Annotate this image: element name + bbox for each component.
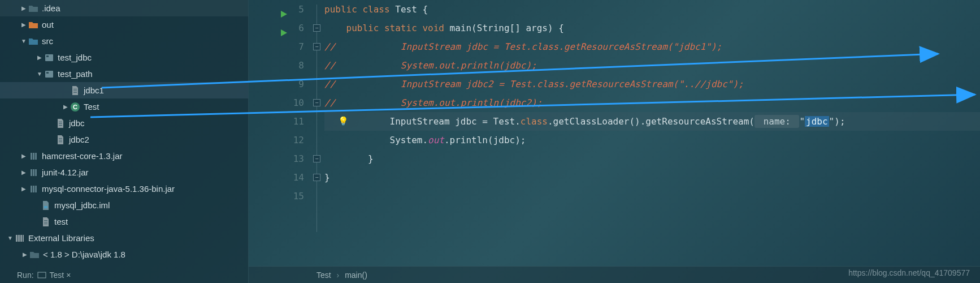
gutter-line[interactable]: 9 [249,75,304,93]
jar-icon [28,168,38,178]
class-name: Test [395,4,417,15]
gutter-line[interactable]: 6 [249,19,304,37]
run-toolwindow-tab[interactable]: Run: Test × [17,271,71,280]
svg-rect-20 [35,169,37,176]
field-ref: out [428,135,444,145]
fold-marker[interactable]: − [313,99,320,106]
svg-rect-11 [59,125,62,126]
gutter-line[interactable]: 8 [249,56,304,75]
fold-column[interactable]: − − − − − [311,0,324,266]
jar-icon [28,151,38,161]
gutter-line[interactable]: 15 [249,187,304,205]
gutter-line[interactable]: 14 [249,168,304,187]
comment: // System.out.println(jdbc2); [324,97,542,108]
tree-item--1-8-d-java-jdk-1-8[interactable]: ▶< 1.8 > D:\java\jdk 1.8 [0,246,248,263]
svg-rect-31 [23,235,24,242]
gutter-line[interactable]: 7 [249,37,304,56]
tree-item-test[interactable]: ▶CTest [0,98,248,115]
expand-arrow-icon[interactable]: ▼ [19,38,28,44]
svg-rect-21 [31,186,32,192]
fold-marker[interactable]: − [313,174,320,181]
string-highlight: jdbc [805,116,829,127]
folder-dark-icon [28,3,38,14]
mod-icon [41,200,51,211]
keyword: public [346,23,379,33]
folder-orange-icon [28,20,38,30]
tree-item-mysql-connector-java-5-1-36-bin-jar[interactable]: ▶mysql-connector-java-5.1.36-bin.jar [0,181,248,197]
code-text: System. [324,135,428,145]
gutter-line[interactable]: 12 [249,131,304,149]
code-text: .println(jdbc); [444,135,526,145]
keyword: class [362,4,389,15]
expand-arrow-icon[interactable]: ▶ [19,5,28,11]
tree-label: < 1.8 > D:\java\jdk 1.8 [43,250,125,259]
expand-arrow-icon[interactable]: ▼ [6,235,15,241]
svg-rect-10 [59,123,62,124]
tree-label: .idea [42,3,60,13]
gutter-line[interactable]: 10 [249,93,304,112]
expand-arrow-icon[interactable]: ▶ [61,104,70,110]
run-label: Run: [17,271,34,280]
tree-item-src[interactable]: ▼src [0,33,248,49]
project-tree[interactable]: ▶.idea▶out▼src▶test_jdbc▼test_pathjdbc1▶… [0,0,249,283]
expand-arrow-icon[interactable]: ▶ [19,169,28,175]
tree-label: jdbc2 [69,135,89,144]
svg-text:C: C [73,104,77,110]
comment: // System.out.println(jdbc); [324,60,537,71]
tree-item-jdbc2[interactable]: jdbc2 [0,131,248,148]
expand-arrow-icon[interactable]: ▶ [19,22,28,28]
tree-item-test-path[interactable]: ▼test_path [0,66,248,82]
expand-arrow-icon[interactable]: ▶ [19,186,28,192]
comment: // InputStream jdbc = Test.class.getReso… [324,41,722,52]
tree-item-jdbc[interactable]: jdbc [0,115,248,131]
folder-blue-icon [28,36,38,46]
tree-item--idea[interactable]: ▶.idea [0,0,248,16]
tree-item-hamcrest-core-1-3-jar[interactable]: ▶hamcrest-core-1.3.jar [0,148,248,164]
tree-item-test[interactable]: test [0,213,248,230]
comment: // InputStream jdbc2 = Test.class.getRes… [324,79,744,89]
expand-arrow-icon[interactable]: ▶ [20,251,29,258]
tree-item-junit-4-12-jar[interactable]: ▶junit-4.12.jar [0,164,248,181]
gutter-line[interactable]: 13 [249,149,304,168]
structure-tab[interactable]: ucture [0,251,1,272]
pkg-icon [44,53,54,63]
breadcrumb-item[interactable]: main() [345,271,367,280]
svg-rect-30 [20,235,22,242]
tree-item-out[interactable]: ▶out [0,16,248,33]
expand-arrow-icon[interactable]: ▶ [19,153,28,159]
tree-label: out [42,20,54,29]
breadcrumb-item[interactable]: Test [316,271,331,280]
svg-rect-27 [44,224,47,224]
fold-marker[interactable]: − [313,24,320,32]
svg-rect-23 [35,186,37,192]
code-text: { [417,4,428,15]
tree-label: mysql_jdbc.iml [54,200,110,210]
tree-item-jdbc1[interactable]: jdbc1 [0,82,248,98]
intention-bulb-icon[interactable]: 💡 [338,112,349,131]
expand-arrow-icon[interactable]: ▼ [35,71,44,77]
expand-arrow-icon[interactable]: ▶ [35,54,44,61]
param-hint: name: [754,115,799,128]
fold-marker[interactable]: − [313,155,320,162]
line-gutter: 56789101112131415 [249,0,311,266]
tree-item-external-libraries[interactable]: ▼External Libraries [0,230,248,246]
svg-rect-14 [59,142,62,142]
tree-label: Test [84,102,99,112]
svg-marker-32 [281,11,287,18]
gutter-line[interactable]: 11 [249,112,304,131]
folder-dark-icon [29,250,40,260]
svg-rect-6 [73,92,77,93]
svg-rect-17 [35,153,37,160]
svg-rect-1 [46,55,49,57]
code-content[interactable]: public class Test { public static void m… [324,0,980,266]
keyword: static [384,23,417,33]
pkg-icon [44,69,54,79]
tree-label: mysql-connector-java-5.1.36-bin.jar [42,184,175,194]
tree-item-test-jdbc[interactable]: ▶test_jdbc [0,49,248,66]
fold-marker[interactable]: − [313,43,320,50]
tree-item-mysql-jdbc-iml[interactable]: mysql_jdbc.iml [0,197,248,213]
gutter-line[interactable]: 5 [249,0,304,19]
code-editor[interactable]: 56789101112131415 − − − − − public class… [249,0,980,283]
svg-marker-33 [281,29,287,36]
code-text: "); [829,116,845,127]
